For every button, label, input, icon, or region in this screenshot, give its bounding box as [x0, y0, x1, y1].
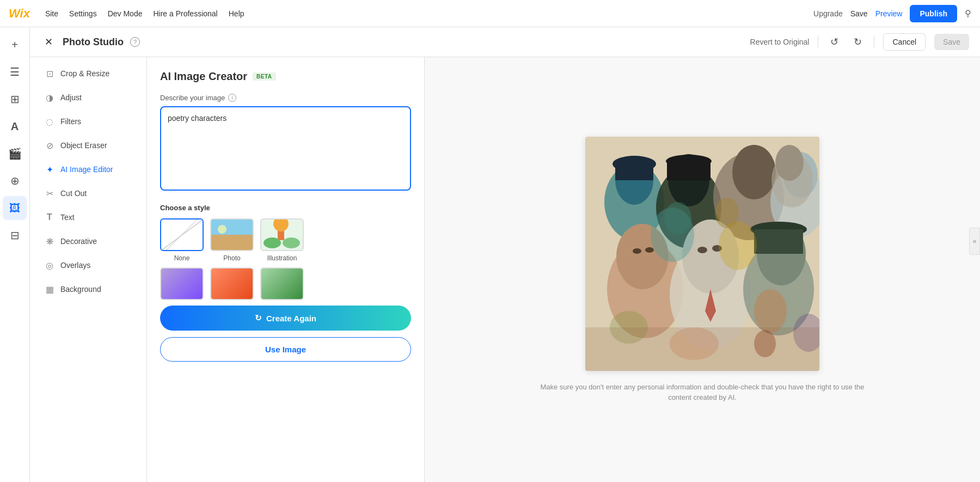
svg-point-7 [264, 237, 281, 248]
upgrade-button[interactable]: Upgrade [813, 9, 843, 18]
top-bar: Wix Site Settings Dev Mode Hire a Profes… [0, 0, 980, 27]
decorative-icon: ❋ [44, 236, 55, 247]
eraser-icon: ⊘ [44, 140, 55, 151]
modal-title: Photo Studio [63, 36, 124, 48]
style-none-thumb [160, 218, 204, 251]
tool-overlays[interactable]: ◎ Overlays [33, 253, 143, 277]
close-button[interactable]: ✕ [41, 34, 56, 50]
save-button[interactable]: Save [850, 9, 868, 18]
sections-icon: ⊞ [10, 93, 20, 106]
sidebar-icon-media[interactable]: 🎬 [3, 142, 27, 166]
nav-help[interactable]: Help [229, 9, 244, 18]
use-image-button[interactable]: Use Image [160, 337, 411, 362]
tools-panel: ⊡ Crop & Resize ◑ Adjust ◌ Filters ⊘ Obj… [30, 57, 147, 482]
style-illustration[interactable]: Illustration [260, 218, 304, 262]
sidebar-icon-sections[interactable]: ⊞ [3, 87, 27, 111]
tool-object-eraser[interactable]: ⊘ Object Eraser [33, 133, 143, 157]
help-icon[interactable]: ? [130, 37, 140, 47]
revert-button[interactable]: Revert to Original [750, 38, 810, 46]
describe-textarea[interactable]: poetry characters [160, 106, 411, 191]
nav-hire[interactable]: Hire a Professional [153, 9, 217, 18]
style-none[interactable]: None [160, 218, 204, 262]
overlays-icon: ◎ [44, 260, 55, 271]
tool-overlays-label: Overlays [60, 261, 90, 270]
tool-background-label: Background [60, 285, 101, 294]
tool-adjust[interactable]: ◑ Adjust [33, 86, 143, 109]
sidebar-icon-layers[interactable]: ⊟ [3, 223, 27, 247]
svg-point-46 [715, 198, 739, 228]
nav-devmode[interactable]: Dev Mode [108, 9, 143, 18]
top-bar-nav: Site Settings Dev Mode Hire a Profession… [45, 9, 244, 18]
style-warm[interactable] [210, 267, 254, 300]
svg-rect-34 [754, 229, 803, 254]
tool-decorative[interactable]: ❋ Decorative [33, 229, 143, 253]
sidebar-icon-text[interactable]: A [3, 114, 27, 138]
save-modal-button[interactable]: Save [934, 34, 969, 50]
svg-point-44 [775, 145, 804, 181]
redo-button[interactable]: ↻ [850, 34, 865, 50]
svg-point-26 [645, 247, 654, 253]
sidebar-icon-pages[interactable]: ☰ [3, 60, 27, 84]
header-divider [818, 35, 818, 48]
collapse-icon: « [973, 237, 977, 245]
generated-image-svg [585, 137, 819, 371]
svg-point-8 [283, 237, 300, 248]
tool-text[interactable]: T Text [33, 205, 143, 229]
nav-settings[interactable]: Settings [69, 9, 97, 18]
style-photo[interactable]: Photo [210, 218, 254, 262]
publish-button[interactable]: Publish [910, 5, 957, 22]
cutout-icon: ✂ [44, 188, 55, 199]
style-grid-row1: None Photo [160, 218, 411, 262]
style-photo-label: Photo [223, 254, 240, 262]
svg-rect-14 [615, 164, 653, 180]
cancel-button[interactable]: Cancel [883, 33, 926, 51]
tool-adjust-label: Adjust [60, 93, 82, 102]
tool-crop-label: Crop & Resize [60, 69, 109, 78]
crop-icon: ⊡ [44, 68, 55, 79]
modal-header: ✕ Photo Studio ? Revert to Original ↺ ↻ … [30, 27, 980, 57]
nav-site[interactable]: Site [45, 9, 58, 18]
svg-rect-42 [585, 327, 819, 371]
sidebar-icon-add[interactable]: + [3, 33, 27, 57]
svg-rect-1 [211, 218, 253, 235]
pages-icon: ☰ [10, 65, 20, 78]
adjust-icon: ◑ [44, 92, 55, 103]
tool-ai-image-editor[interactable]: ✦ AI Image Editor [33, 157, 143, 181]
style-none-label: None [174, 254, 190, 262]
svg-point-47 [754, 330, 776, 357]
illus-style-svg [261, 218, 303, 251]
modal-body: ⊡ Crop & Resize ◑ Adjust ◌ Filters ⊘ Obj… [30, 57, 980, 482]
collapse-handle[interactable]: « [969, 228, 980, 255]
none-diagonal-svg [161, 219, 203, 251]
tool-ai-label: AI Image Editor [60, 165, 113, 174]
tool-background[interactable]: ▦ Background [33, 277, 143, 301]
tool-crop[interactable]: ⊡ Crop & Resize [33, 62, 143, 86]
undo-button[interactable]: ↺ [827, 34, 842, 50]
background-icon: ▦ [44, 284, 55, 295]
search-icon[interactable]: ⚲ [965, 8, 971, 19]
svg-point-45 [664, 202, 691, 235]
sidebar-icon-apps[interactable]: ⊕ [3, 169, 27, 193]
ai-title-text: AI Image Creator [160, 70, 247, 83]
describe-label: Describe your image i [160, 94, 411, 102]
top-bar-right: Upgrade Save Preview Publish ⚲ [813, 5, 971, 22]
photo-icon: 🖼 [9, 202, 20, 215]
describe-info-icon[interactable]: i [228, 94, 236, 102]
style-natural[interactable] [260, 267, 304, 300]
create-again-button[interactable]: ↻ Create Again [160, 306, 411, 331]
style-abstract[interactable] [160, 267, 204, 300]
tool-cut-out[interactable]: ✂ Cut Out [33, 181, 143, 205]
header-divider2 [874, 35, 874, 48]
describe-label-text: Describe your image [160, 94, 225, 102]
modal-header-right: Revert to Original ↺ ↻ Cancel Save [750, 33, 969, 51]
photo-style-svg [211, 218, 253, 251]
style-warm-thumb [210, 267, 254, 300]
svg-point-3 [218, 225, 226, 234]
tool-filters[interactable]: ◌ Filters [33, 109, 143, 133]
preview-button[interactable]: Preview [875, 9, 903, 18]
image-preview-area: Make sure you don't enter any personal i… [425, 57, 980, 482]
sidebar-icon-photo[interactable]: 🖼 [3, 196, 27, 220]
svg-point-37 [754, 289, 787, 333]
style-illus-thumb [260, 218, 304, 251]
style-illus-label: Illustration [267, 254, 297, 262]
